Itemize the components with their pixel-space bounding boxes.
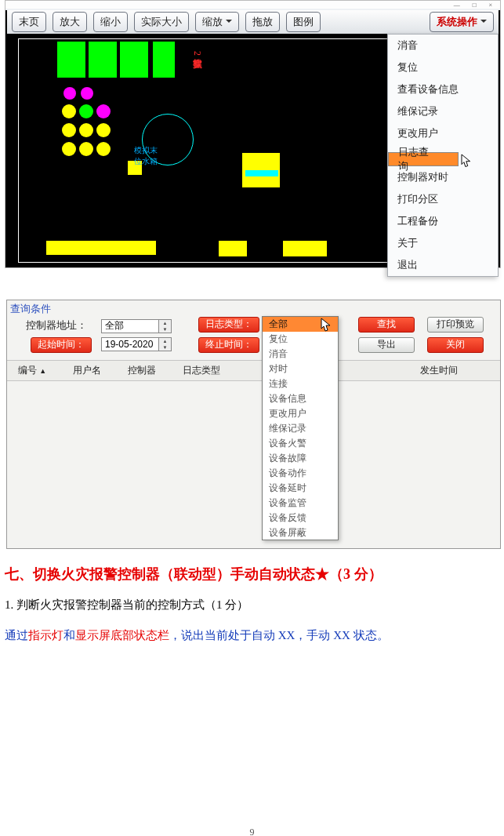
menu-item-mute[interactable]: 消音 xyxy=(388,35,498,56)
col-log-type[interactable]: 日志类型 xyxy=(183,364,220,377)
label-end-time: 终止时间： xyxy=(198,337,259,353)
menu-item-label: 日志查询 xyxy=(398,145,437,173)
menu-item-time-sync[interactable]: 控制器对时 xyxy=(388,166,498,188)
window-titlebar: — □ × xyxy=(5,1,500,9)
label-log-type: 日志类型： xyxy=(198,317,259,333)
log-type-dropdown-list[interactable]: 全部 复位 消音 对时 连接 设备信息 更改用户 维保记录 设备火警 设备故障 … xyxy=(262,316,339,540)
scale-dropdown[interactable]: 缩放 xyxy=(195,12,239,32)
col-no[interactable]: 编号 ▲ xyxy=(18,364,46,377)
pan-button[interactable]: 拖放 xyxy=(245,12,280,32)
groupbox-title: 查询条件 xyxy=(10,302,51,316)
menu-item-project-backup[interactable]: 工程备份 xyxy=(388,210,498,232)
input-start-time[interactable]: 19-05-2020 ▲▼ xyxy=(101,337,172,351)
dropdown-item[interactable]: 对时 xyxy=(263,362,338,376)
room-label: 实操教室2 xyxy=(190,51,204,56)
print-preview-button[interactable]: 打印预览 xyxy=(427,317,484,333)
input-value: 19-05-2020 xyxy=(105,339,153,350)
col-username[interactable]: 用户名 xyxy=(73,364,101,377)
find-button[interactable]: 查找 xyxy=(358,317,415,333)
minimize-icon[interactable]: — xyxy=(454,2,460,9)
spinner-icon[interactable]: ▲▼ xyxy=(158,338,171,351)
dropdown-item[interactable]: 连接 xyxy=(263,376,338,391)
dropdown-item[interactable]: 更改用户 xyxy=(263,406,338,421)
menu-item-print-zone[interactable]: 打印分区 xyxy=(388,188,498,210)
legend-button[interactable]: 图例 xyxy=(286,12,321,32)
dropdown-item[interactable]: 复位 xyxy=(263,332,338,347)
screenshot-cad-system-menu: — □ × 末页 放大 缩小 实际大小 缩放 拖放 图例 系统操作 xyxy=(5,0,501,268)
menu-item-reset[interactable]: 复位 xyxy=(388,56,498,78)
toolbar: 末页 放大 缩小 实际大小 缩放 拖放 图例 系统操作 xyxy=(7,10,499,34)
actual-size-button[interactable]: 实际大小 xyxy=(134,12,189,32)
menu-item-exit[interactable]: 退出 xyxy=(388,254,498,276)
home-button[interactable]: 末页 xyxy=(12,12,46,32)
menu-item-change-user[interactable]: 更改用户 xyxy=(388,122,498,144)
menu-item-maintenance-record[interactable]: 维保记录 xyxy=(388,100,498,122)
screenshot-log-query-dialog: 查询条件 控制器地址： 全部 ▲▼ 日志类型： 查找 打印预览 起始时间： 19… xyxy=(6,300,501,549)
menu-item-about[interactable]: 关于 xyxy=(388,232,498,254)
select-controller-address[interactable]: 全部 ▲▼ xyxy=(101,319,172,333)
col-controller[interactable]: 控制器 xyxy=(128,364,156,377)
dropdown-item[interactable]: 设备火警 xyxy=(263,436,338,451)
close-icon[interactable]: × xyxy=(488,2,492,9)
dropdown-item[interactable]: 设备屏蔽 xyxy=(263,525,338,540)
dropdown-item[interactable]: 维保记录 xyxy=(263,421,338,436)
close-button[interactable]: 关闭 xyxy=(427,337,484,353)
label-controller-address: 控制器地址： xyxy=(26,319,87,331)
dropdown-item[interactable]: 设备反馈 xyxy=(263,511,338,525)
spinner-icon[interactable]: ▲▼ xyxy=(158,320,171,333)
system-operation-dropdown[interactable]: 系统操作 xyxy=(430,12,494,32)
zoom-in-button[interactable]: 放大 xyxy=(53,12,87,32)
step-1-detail: 通过指示灯和显示屏底部状态栏，说出当前处于自动 XX，手动 XX 状态。 xyxy=(5,625,504,646)
dropdown-item[interactable]: 设备监管 xyxy=(263,496,338,511)
label-start-time: 起始时间： xyxy=(31,337,92,353)
dropdown-item[interactable]: 设备故障 xyxy=(263,451,338,466)
menu-item-device-info[interactable]: 查看设备信息 xyxy=(388,78,498,100)
device-label: 模拟末 位水箱 xyxy=(134,145,158,167)
zoom-out-button[interactable]: 缩小 xyxy=(93,12,128,32)
dropdown-item[interactable]: 设备延时 xyxy=(263,481,338,496)
export-button[interactable]: 导出 xyxy=(358,337,415,353)
cursor-icon xyxy=(461,154,472,168)
maximize-icon[interactable]: □ xyxy=(473,2,477,9)
dropdown-item[interactable]: 设备动作 xyxy=(263,466,338,481)
table-header: 编号 ▲ 用户名 控制器 日志类型 发生时间 xyxy=(7,360,500,381)
col-time[interactable]: 发生时间 xyxy=(420,364,458,377)
step-1: 1. 判断火灾报警控制器当前的控制方式（1 分） xyxy=(5,594,504,616)
cursor-icon xyxy=(321,318,332,332)
dropdown-item[interactable]: 消音 xyxy=(263,347,338,362)
dropdown-item[interactable]: 设备信息 xyxy=(263,391,338,406)
select-value: 全部 xyxy=(105,319,124,333)
section-heading: 七、切换火灾报警控制器（联动型）手动自动状态★（3 分） xyxy=(5,565,504,583)
system-operation-menu: 消音 复位 查看设备信息 维保记录 更改用户 日志查询 控制器对时 打印分区 工… xyxy=(387,34,499,277)
page-number: 9 xyxy=(0,827,504,836)
menu-item-log-query[interactable]: 日志查询 xyxy=(388,152,459,166)
